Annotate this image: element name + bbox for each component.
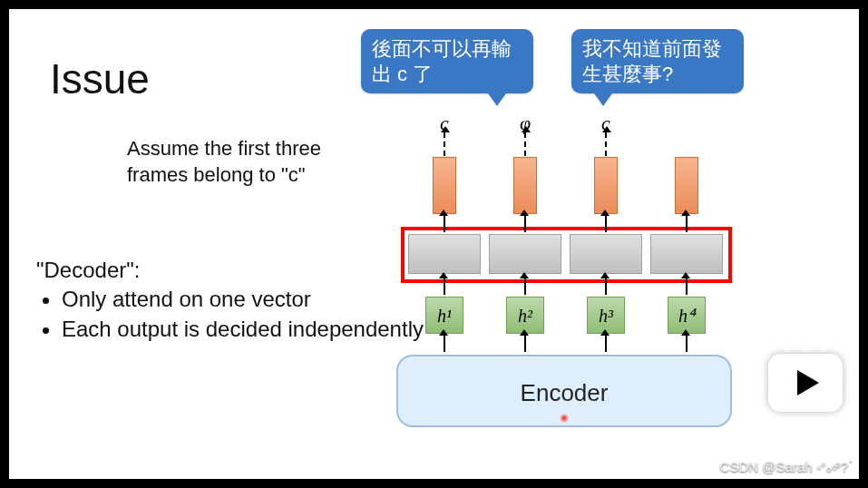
watermark-text: CSDN @Sarah ॰°ₒ৹ᵒ?ॱ xyxy=(720,459,853,475)
speech-bubble-left: 後面不可以再輸出 c 了 xyxy=(361,29,533,93)
laser-pointer-icon xyxy=(560,414,569,423)
assumption-line2: frames belong to "c" xyxy=(127,163,306,186)
arrow-dashed-icon xyxy=(524,132,526,156)
arrow-icon xyxy=(605,278,607,295)
play-icon xyxy=(797,370,819,395)
arrow-icon xyxy=(444,278,445,295)
output-rect xyxy=(513,157,537,214)
decoder-heading: "Decoder": xyxy=(36,256,424,285)
arrow-icon xyxy=(686,216,688,232)
arrow-dashed-icon xyxy=(605,132,607,156)
decoder-bullet: Only attend on one vector xyxy=(62,285,424,314)
assumption-line1: Assume the first three xyxy=(127,137,321,160)
output-rect xyxy=(594,157,618,214)
speech-bubble-right: 我不知道前面發生甚麼事? xyxy=(571,29,744,93)
arrow-icon xyxy=(524,216,526,232)
arrow-icon xyxy=(686,278,688,295)
arrow-icon xyxy=(605,216,607,232)
hidden-state-h4: h⁴ xyxy=(668,297,706,334)
arrow-icon xyxy=(686,336,688,352)
decoder-cell xyxy=(570,234,642,274)
title: Issue xyxy=(50,54,150,103)
hidden-state-h1: h¹ xyxy=(425,297,463,334)
output-rect xyxy=(675,157,698,214)
arrow-icon xyxy=(524,336,526,352)
output-rect xyxy=(433,157,456,214)
decoder-bullet: Each output is decided independently xyxy=(62,315,424,344)
hidden-state-h3: h³ xyxy=(587,297,625,334)
hidden-state-h2: h² xyxy=(506,297,544,334)
decoder-cell xyxy=(489,234,561,274)
slide: Issue Assume the first three frames belo… xyxy=(9,9,859,479)
decoder-cell xyxy=(650,234,723,274)
arrow-icon xyxy=(444,336,445,352)
decoder-description: "Decoder": Only attend on one vector Eac… xyxy=(36,256,424,344)
video-source-icon[interactable] xyxy=(768,354,843,412)
arrow-dashed-icon xyxy=(444,132,445,156)
assumption-text: Assume the first three frames belong to … xyxy=(127,136,321,188)
arrow-icon xyxy=(444,216,445,232)
arrow-icon xyxy=(524,278,526,295)
arrow-icon xyxy=(605,336,607,352)
decoder-cell xyxy=(408,234,481,274)
